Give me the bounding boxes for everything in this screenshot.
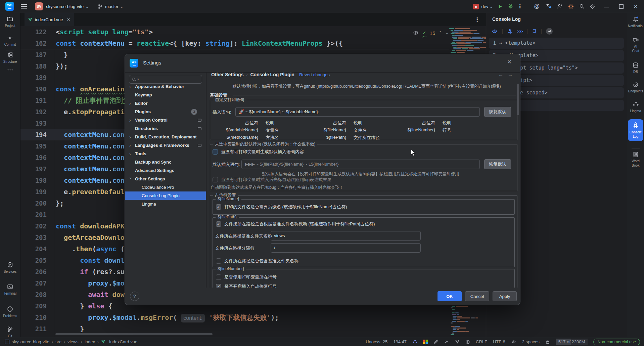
breadcrumb-item[interactable]: indexCard.vue: [109, 339, 137, 344]
run-config-selector[interactable]: dev: [481, 4, 488, 9]
lingma-status-icon[interactable]: [412, 339, 417, 344]
more-actions-icon[interactable]: ⋮: [517, 3, 522, 9]
settings-gear-icon[interactable]: [590, 4, 595, 9]
tab-indexcard-vue[interactable]: indexCard.vue ✕: [25, 13, 74, 26]
circle-status-icon[interactable]: [465, 340, 470, 344]
filename-suffix-checkbox[interactable]: ✓打印的文件名是否需要后缀名 (该选项作用于${fileName}占位符): [216, 204, 347, 210]
breadcrumb-item[interactable]: skysource-blog-vite: [12, 339, 49, 344]
filepath-truncate-checkbox[interactable]: ✓文件按所在路径是否根据基准文件名称截断 (该组选项作用于${filePath}…: [216, 221, 375, 227]
inspections-widget[interactable]: ✓15⌃⌄: [413, 29, 449, 37]
license-badge[interactable]: Non-commercial use: [593, 339, 640, 345]
cancel-button[interactable]: Cancel: [465, 291, 489, 301]
close-button[interactable]: ✕: [634, 3, 638, 10]
fast-forward-icon[interactable]: >>>: [517, 29, 522, 34]
chevron-right-icon[interactable]: ›: [129, 118, 133, 123]
memory-indicator[interactable]: 517 of 2200M: [556, 339, 588, 345]
tree-item-directories[interactable]: Directories: [125, 124, 206, 133]
tree-item-advanced-settings[interactable]: Advanced Settings: [125, 166, 206, 175]
indent-setting[interactable]: 2 spaces: [522, 339, 540, 344]
dialog-close-icon[interactable]: ✕: [507, 58, 512, 66]
tool-window-endpoints[interactable]: Endpoints: [628, 82, 643, 93]
filepath-include-checkbox[interactable]: 文件所在路径是否包含基准文件夹名称: [216, 258, 298, 264]
sidebar-item-terminal[interactable]: Terminal: [0, 284, 20, 295]
tool-window-console-log[interactable]: ConsoleLog: [628, 119, 643, 141]
revert-changes-link[interactable]: Revert changes: [299, 72, 330, 77]
rocket-icon[interactable]: [507, 29, 513, 34]
maximize-button[interactable]: [619, 4, 624, 9]
chevron-down-icon[interactable]: ⌄: [445, 31, 449, 35]
sidebar-item-commit[interactable]: Commit: [0, 35, 20, 46]
tree-item-other-settings[interactable]: ›Other Settings: [125, 175, 206, 183]
rocket-icon[interactable]: [632, 122, 639, 129]
chevron-right-icon[interactable]: ›: [129, 143, 133, 148]
endpoints-icon[interactable]: [633, 82, 639, 88]
tree-item-plugins[interactable]: Plugins3: [125, 107, 206, 116]
line-ending[interactable]: CRLF: [476, 339, 487, 344]
tree-item-tools[interactable]: ›Tools: [125, 149, 206, 158]
tool-window-db[interactable]: DB: [628, 62, 643, 74]
git-icon[interactable]: [7, 326, 13, 332]
main-menu-icon[interactable]: [21, 4, 27, 9]
lingma-burst-icon[interactable]: [568, 4, 574, 9]
search-everywhere-icon[interactable]: [579, 4, 585, 9]
tree-item-console-log-plugin[interactable]: Console Log Plugin: [125, 191, 206, 200]
forward-arrow-icon[interactable]: →: [508, 72, 513, 77]
base-folder-input[interactable]: views: [271, 231, 421, 241]
eye-off-icon[interactable]: [413, 30, 419, 36]
chevron-up-icon[interactable]: ⌃: [439, 31, 442, 35]
terminal-icon[interactable]: [7, 284, 13, 290]
services-icon[interactable]: [7, 262, 13, 268]
insert-statement-input[interactable]: 🚀 ~ ${methodName} ~ ${variableName}:: [235, 107, 480, 117]
cursor-follow-checkbox-checkbox[interactable]: [213, 177, 218, 182]
lingma-icon[interactable]: [633, 101, 639, 107]
tree-item-appearance-behavior[interactable]: ›Appearance & Behavior: [125, 82, 206, 91]
reset-default-button-2[interactable]: 恢复默认: [484, 159, 511, 169]
folder-icon[interactable]: [7, 16, 13, 22]
bookmark-icon[interactable]: [532, 29, 537, 34]
cursor-follow-checkbox[interactable]: 当没有可打印变量时插入后光标自动跟随到log表达式末尾: [213, 177, 331, 183]
chevron-right-icon[interactable]: ›: [129, 101, 133, 106]
tab-close-icon[interactable]: ✕: [67, 17, 71, 22]
sidebar-item-services[interactable]: Services: [0, 262, 20, 273]
minimize-button[interactable]: —: [604, 4, 609, 9]
sidebar-item-git[interactable]: Git: [0, 326, 20, 338]
tree-item-backup-and-sync[interactable]: Backup and Sync: [125, 158, 206, 166]
vue-status-icon[interactable]: [455, 340, 460, 344]
project-avatar[interactable]: SV: [35, 2, 43, 10]
default-insert-input[interactable]: ▶▶▶ ~ ${filePath}/${fileName} ~ L${lineN…: [241, 160, 480, 169]
chevron-right-icon[interactable]: ›: [129, 134, 133, 140]
tree-item-build-execution-deployment[interactable]: ›Build, Execution, Deployment: [125, 133, 206, 141]
breadcrumb-item[interactable]: src: [55, 339, 61, 344]
tree-item-version-control[interactable]: ›Version Control: [125, 116, 206, 124]
breadcrumb-part[interactable]: Other Settings: [211, 72, 243, 77]
breadcrumb-item[interactable]: index: [85, 339, 95, 344]
chevron-down-icon[interactable]: ›: [128, 177, 134, 181]
console-log-row[interactable]: 1 → <template>: [489, 38, 624, 49]
add-user-icon[interactable]: [557, 4, 563, 9]
help-button[interactable]: ?: [130, 292, 139, 301]
branch-selector[interactable]: master: [105, 4, 119, 9]
structure-icon[interactable]: [7, 52, 13, 58]
send-icon[interactable]: [546, 28, 553, 35]
ok-button[interactable]: OK: [438, 291, 462, 301]
tool-window-lingma[interactable]: Lingma: [628, 101, 643, 113]
generate-default-checkbox[interactable]: 当没有可打印变量时生成默认插入语句内容: [213, 149, 304, 155]
unocss-status[interactable]: Unocss: 25: [366, 339, 387, 344]
dialog-scrollbar-thumb[interactable]: [517, 84, 519, 115]
sidebar-item-problems[interactable]: Problems: [0, 306, 20, 318]
tabbar-more-icon[interactable]: ⋮: [474, 16, 480, 23]
use-line-number-checkbox[interactable]: 是否使用打印变量所在行号: [216, 274, 277, 280]
tree-item-keymap[interactable]: Keymap: [125, 91, 206, 99]
apply-button[interactable]: Apply: [493, 291, 517, 301]
commit-icon[interactable]: [7, 35, 13, 41]
project-selector[interactable]: skysource-blog-vite: [46, 4, 84, 9]
no-edit-icon[interactable]: [433, 339, 439, 344]
ai-assistant-icon[interactable]: @: [534, 3, 540, 10]
debug-button[interactable]: [508, 4, 513, 9]
color-grid-icon[interactable]: [423, 340, 428, 344]
translate-icon[interactable]: [546, 4, 552, 9]
eye-status-icon[interactable]: [511, 340, 516, 344]
filepath-include-checkbox-checkbox[interactable]: [216, 258, 221, 264]
sidebar-item-more[interactable]: [0, 66, 20, 72]
sidebar-item-project[interactable]: Project: [0, 16, 20, 28]
